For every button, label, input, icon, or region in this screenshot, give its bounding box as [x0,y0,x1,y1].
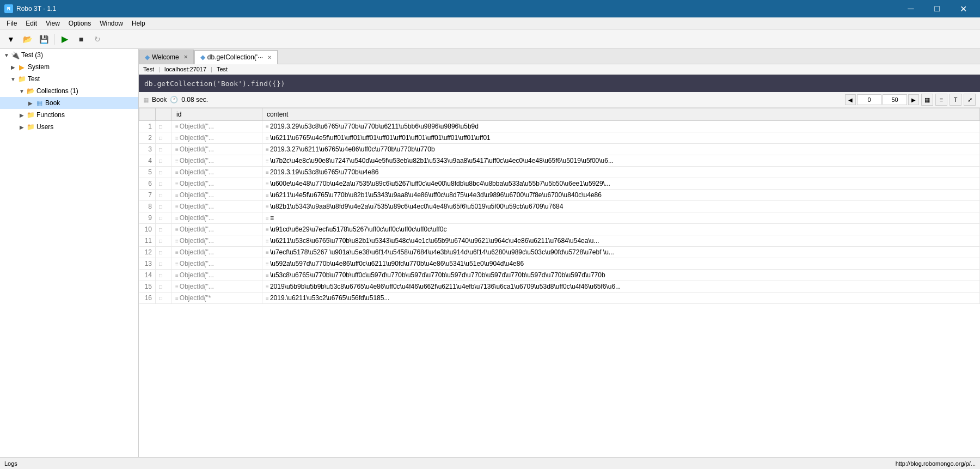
view-text-button[interactable]: T [950,94,961,106]
row-expand[interactable]: □ [156,258,172,270]
table-row: 9 □ ≡ObjectId("... ≡≡ [139,212,980,224]
row-expand[interactable]: □ [156,281,172,293]
row-expand[interactable]: □ [156,201,172,212]
save-button[interactable]: 💾 [36,32,51,47]
sidebar-item-users[interactable]: ▶ 📁 Users [0,121,138,133]
sidebar-item-collections[interactable]: ▼ 📂 Collections (1) [0,85,138,97]
row-content: ≡\u600e\u4e48\u770b\u4e2a\u7535\u89c6\u5… [262,178,980,190]
row-id: ≡ObjectId("... [172,144,262,155]
row-expand[interactable]: □ [156,235,172,247]
view-table-button[interactable]: ▦ [921,94,933,106]
status-url: http://blog.robomongo.org/p/... [896,460,976,467]
row-expand[interactable]: □ [156,144,172,155]
run-button[interactable]: ▶ [57,32,72,47]
toolbar-separator-1 [54,34,54,45]
view-expand-button[interactable]: ⤢ [964,94,976,106]
stop-button[interactable]: ■ [74,32,89,47]
title-bar: R Robo 3T - 1.1 ─ □ ✕ [0,0,980,17]
sidebar-item-label: Test [28,75,40,83]
query-editor[interactable]: db.getCollection('Book').find({}) [139,75,980,92]
dropdown-button[interactable]: ▼ [3,32,19,47]
tab-welcome[interactable]: ◆ Welcome ✕ [139,50,194,64]
page-next-button[interactable]: ▶ [908,94,919,105]
sidebar-item-system[interactable]: ▶ ▶ System [0,61,138,73]
table-row: 8 □ ≡ObjectId("... ≡\u82b1\u5343\u9aa8\u… [139,201,980,212]
result-header-right: ◀ ▶ ▦ ≡ T ⤢ [845,94,976,106]
menu-bar: File Edit View Options Window Help [0,17,980,29]
row-number: 11 [139,235,156,247]
toolbar: ▼ 📂 💾 ▶ ■ ↻ [0,29,980,49]
sidebar-item-label: Collections (1) [36,87,78,95]
sidebar-item-test-db[interactable]: ▼ 📁 Test [0,73,138,85]
menu-window[interactable]: Window [95,19,127,28]
connection-icon: 🔌 [11,51,20,59]
clock-icon: 🕐 [170,96,178,103]
menu-view[interactable]: View [41,19,64,28]
tab-close-query[interactable]: ✕ [267,54,272,60]
row-expand[interactable]: □ [156,167,172,178]
table-row: 11 □ ≡ObjectId("... ≡\u6211\u53c8\u6765\… [139,235,980,247]
row-id: ≡ObjectId("... [172,258,262,270]
row-expand[interactable]: □ [156,190,172,201]
row-expand[interactable]: □ [156,270,172,281]
table-row: 3 □ ≡ObjectId("... ≡2019.3.27\u6211\u676… [139,144,980,155]
minimize-button[interactable]: ─ [898,0,923,17]
close-button[interactable]: ✕ [951,0,976,17]
row-expand[interactable]: □ [156,132,172,144]
row-content: ≡≡ [262,212,980,224]
table-row: 15 □ ≡ObjectId("... ≡2019\u5b9b\u5b9b\u5… [139,281,980,293]
row-content: ≡\u592a\u597d\u770b\u4e86\uff0c\u6211\u9… [262,258,980,270]
row-number: 16 [139,293,156,304]
window-controls[interactable]: ─ □ ✕ [898,0,976,17]
sidebar-item-label: Book [45,99,60,107]
row-number: 4 [139,155,156,167]
folder-icon: 📁 [17,75,26,83]
row-expand[interactable]: □ [156,155,172,167]
page-size-input[interactable] [883,94,907,105]
open-button[interactable]: 📂 [20,32,35,47]
maximize-button[interactable]: □ [924,0,950,17]
expand-icon: ▶ [17,123,26,131]
row-expand[interactable]: □ [156,224,172,235]
row-expand[interactable]: □ [156,212,172,224]
sidebar-item-label: Functions [36,111,65,119]
result-time: 0.08 sec. [181,96,208,103]
row-expand[interactable]: □ [156,121,172,132]
result-header: ▦ Book 🕐 0.08 sec. ◀ ▶ ▦ ≡ T ⤢ [139,92,980,108]
menu-options[interactable]: Options [64,19,95,28]
table-row: 4 □ ≡ObjectId("... ≡\u7b2c\u4e8c\u90e8\u… [139,155,980,167]
table-row: 14 □ ≡ObjectId("... ≡\u53c8\u6765\u770b\… [139,270,980,281]
sidebar-item-functions[interactable]: ▶ 📁 Functions [0,109,138,121]
sidebar-item-label: Users [36,123,53,131]
page-prev-button[interactable]: ◀ [845,94,856,105]
menu-file[interactable]: File [2,19,21,28]
tab-label: Welcome [152,53,179,61]
table-row: 5 □ ≡ObjectId("... ≡2019.3.19\u53c8\u676… [139,167,980,178]
table-row: 16 □ ≡ObjectId("* ≡2019.\u6211\u53c2\u67… [139,293,980,304]
refresh-button[interactable]: ↻ [90,32,105,47]
tab-diamond-icon: ◆ [145,53,150,61]
sidebar-item-book[interactable]: ▶ ▦ Book [0,97,138,109]
status-logs[interactable]: Logs [4,460,17,467]
row-expand[interactable]: □ [156,247,172,258]
data-table-container: id content 1 □ ≡ObjectId("... ≡2019.3.29… [139,108,980,457]
content-area: ◆ Welcome ✕ ◆ db.getCollection('··· ✕ Te… [139,49,980,457]
row-id: ≡ObjectId("... [172,132,262,144]
row-number: 3 [139,144,156,155]
row-content: ≡\u53c8\u6765\u770b\u770b\uff0c\u597d\u7… [262,270,980,281]
folder-icon: 📁 [26,111,35,119]
view-tree-button[interactable]: ≡ [935,94,947,106]
row-expand[interactable]: □ [156,293,172,304]
row-expand[interactable]: □ [156,178,172,190]
tab-query[interactable]: ◆ db.getCollection('··· ✕ [194,50,278,64]
sidebar: ▼ 🔌 Test (3) ▶ ▶ System ▼ 📁 Test ▼ 📂 Col… [0,49,139,457]
expand-icon: ▶ [9,63,17,71]
query-info-bar: Test | localhost:27017 | Test [139,64,980,75]
row-number: 15 [139,281,156,293]
sidebar-item-test-root[interactable]: ▼ 🔌 Test (3) [0,49,138,61]
tab-close-welcome[interactable]: ✕ [183,54,188,60]
page-start-input[interactable] [857,94,881,105]
col-content-header: content [262,108,980,121]
menu-edit[interactable]: Edit [21,19,41,28]
menu-help[interactable]: Help [127,19,150,28]
